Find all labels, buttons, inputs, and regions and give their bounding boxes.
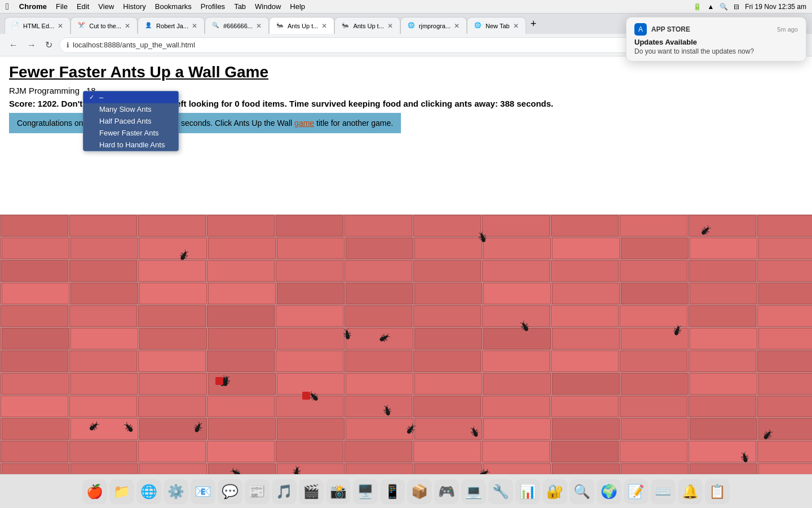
svg-line-39 — [344, 335, 346, 335]
brick — [69, 260, 137, 282]
brick — [345, 260, 412, 282]
dock-item-8[interactable]: 🎬 — [299, 479, 324, 504]
dock-item-21[interactable]: ⌨️ — [651, 479, 676, 504]
brick — [483, 238, 551, 259]
dock-item-23[interactable]: 📋 — [705, 479, 730, 504]
dock-item-18[interactable]: 🔍 — [570, 479, 594, 504]
dock-item-10[interactable]: 🖥️ — [353, 479, 378, 504]
tab-tab-5[interactable]: 🐜 Ants Up t... ✕ — [269, 17, 334, 34]
dock-item-6[interactable]: 📰 — [245, 479, 270, 504]
brick — [276, 441, 343, 462]
menubar-file[interactable]: File — [51, 2, 72, 11]
tab-close-btn[interactable]: ✕ — [192, 22, 197, 30]
svg-line-204 — [483, 470, 484, 472]
brick — [413, 351, 481, 372]
brick — [346, 238, 413, 259]
tab-tab-3[interactable]: 👤 Robert Ja... ✕ — [138, 17, 205, 34]
tab-tab-4[interactable]: 🔍 #666666... ✕ — [205, 17, 269, 34]
dropdown-item-hard[interactable]: Hard to Handle Ants — [83, 139, 178, 151]
tab-close-btn[interactable]: ✕ — [513, 22, 519, 30]
notif-body: Do you want to install the updates now? — [634, 47, 798, 55]
tab-close-btn[interactable]: ✕ — [387, 22, 393, 30]
game-area[interactable] — [0, 214, 812, 474]
congrats-banner: Congratulations on keeping some food for… — [9, 113, 401, 133]
page-title: Fewer Faster Ants Up a Wall Game — [9, 63, 803, 81]
search-menubar-icon[interactable]: 🔍 — [720, 3, 728, 11]
ant[interactable] — [340, 327, 354, 341]
dock-item-4[interactable]: 📧 — [191, 479, 215, 504]
brick — [483, 373, 551, 395]
brick — [690, 463, 757, 474]
dock-item-13[interactable]: 🎮 — [434, 479, 459, 504]
menubar-bookmarks[interactable]: Bookmarks — [151, 2, 196, 11]
tab-tab-7[interactable]: 🌐 rjmprogra... ✕ — [400, 17, 467, 34]
menubar-history[interactable]: History — [118, 2, 150, 11]
brick — [138, 351, 206, 372]
dock-item-0[interactable]: 🍎 — [82, 479, 107, 504]
dropdown-item-many-slow[interactable]: Many Slow Ants — [83, 103, 178, 115]
brick — [208, 418, 276, 440]
refresh-button[interactable]: ↻ — [43, 37, 55, 52]
tab-tab-2[interactable]: ✂️ Cut to the... ✕ — [70, 17, 138, 34]
tab-tab-6[interactable]: 🐜 Ants Up t... ✕ — [334, 17, 400, 34]
dropdown-item-fewer-faster[interactable]: Fewer Faster Ants — [83, 127, 178, 139]
ant[interactable] — [289, 465, 303, 474]
svg-line-171 — [195, 426, 197, 427]
tab-close-btn[interactable]: ✕ — [454, 22, 460, 30]
menubar-view[interactable]: View — [94, 2, 118, 11]
menubar-edit[interactable]: Edit — [72, 2, 94, 11]
tab-tab-8[interactable]: 🌐 New Tab ✕ — [467, 17, 526, 34]
brick — [689, 260, 756, 282]
brick — [69, 215, 137, 237]
brick — [2, 418, 69, 440]
tab-favicon: ✂️ — [78, 22, 86, 30]
menubar-window[interactable]: Window — [250, 2, 285, 11]
dock-item-12[interactable]: 📦 — [407, 479, 432, 504]
new-tab-button[interactable]: + — [526, 18, 541, 30]
svg-line-115 — [383, 409, 386, 411]
dock-item-14[interactable]: 💻 — [461, 479, 486, 504]
svg-line-202 — [487, 471, 489, 474]
svg-line-28 — [703, 228, 705, 230]
dock-item-5[interactable]: 💬 — [218, 479, 242, 504]
dock-item-15[interactable]: 🔧 — [488, 479, 513, 504]
dropdown-item-half-paced[interactable]: Half Paced Ants — [83, 115, 178, 127]
menubar-chrome[interactable]: Chrome — [15, 2, 51, 11]
svg-line-152 — [95, 428, 96, 430]
brick — [758, 328, 812, 349]
dock-item-22[interactable]: 🔔 — [678, 479, 703, 504]
dock-item-17[interactable]: 🔐 — [542, 479, 567, 504]
tab-close-btn[interactable]: ✕ — [321, 22, 327, 30]
brick — [1, 351, 68, 372]
app-store-notification[interactable]: A APP STORE 5m ago Updates Available Do … — [626, 17, 806, 62]
dropdown-item-blank[interactable]: ✓ – — [83, 91, 178, 103]
brick — [277, 418, 345, 440]
tab-close-btn[interactable]: ✕ — [58, 22, 63, 30]
tab-close-btn[interactable]: ✕ — [256, 22, 262, 30]
wifi-icon: ▲ — [707, 3, 714, 11]
tab-label: Ants Up t... — [353, 23, 383, 29]
dock-item-1[interactable]: 📁 — [109, 479, 134, 504]
dock-item-7[interactable]: 🎵 — [272, 479, 297, 504]
dock-item-3[interactable]: ⚙️ — [164, 479, 188, 504]
dock-item-19[interactable]: 🌍 — [597, 479, 621, 504]
dock-item-16[interactable]: 📊 — [515, 479, 540, 504]
tab-close-btn[interactable]: ✕ — [125, 22, 130, 30]
dock-item-11[interactable]: 📱 — [380, 479, 405, 504]
menubar-profiles[interactable]: Profiles — [196, 2, 230, 11]
menubar-tab[interactable]: Tab — [230, 2, 250, 11]
tab-tab-1[interactable]: 📄 HTML Ed... ✕ — [5, 17, 70, 34]
control-center-icon[interactable]: ⊟ — [734, 3, 739, 11]
apple-menu[interactable]:  — [0, 2, 15, 12]
brick — [1, 396, 68, 417]
dock-item-2[interactable]: 🌐 — [136, 479, 161, 504]
menubar-help[interactable]: Help — [285, 2, 310, 11]
back-button[interactable]: ← — [7, 38, 20, 52]
difficulty-dropdown[interactable]: ✓ – Many Slow Ants Half Paced Ants Fewer… — [83, 91, 179, 151]
dock-item-9[interactable]: 📸 — [326, 479, 351, 504]
game-link[interactable]: game — [294, 119, 314, 128]
forward-button[interactable]: → — [25, 38, 38, 52]
brick — [413, 260, 481, 282]
dock-item-20[interactable]: 📝 — [624, 479, 648, 504]
brick — [277, 283, 345, 304]
